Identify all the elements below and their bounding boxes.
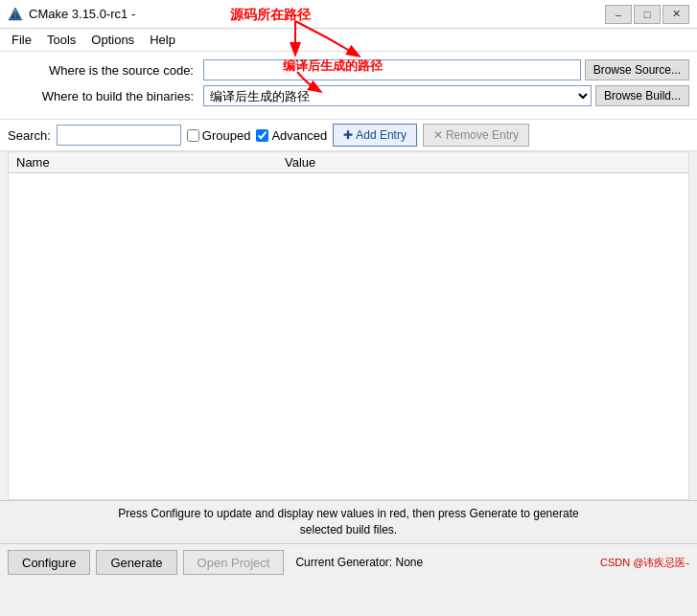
add-entry-button[interactable]: ✚ Add Entry [333,124,417,147]
search-input[interactable] [57,125,181,146]
build-row: Where to build the binaries: 编译后生成的路径 Br… [8,85,689,106]
advanced-checkbox-label[interactable]: Advanced [256,128,327,143]
grouped-label: Grouped [202,128,251,143]
configure-button[interactable]: Configure [8,550,90,575]
status-line-1: Press Configure to update and display ne… [10,506,687,522]
table-body [9,173,688,499]
maximize-button[interactable]: □ [634,5,661,24]
close-button[interactable]: ✕ [662,5,689,24]
cmake-icon [8,7,23,22]
window-title: CMake 3.15.0-rc1 - [29,7,605,21]
csdn-badge: CSDN @讳疾忌医- [600,556,689,570]
form-section: Where is the source code: Browse Source.… [0,52,697,120]
grouped-checkbox-label[interactable]: Grouped [187,128,251,143]
entries-table: Name Value [8,151,689,500]
bottom-bar: Configure Generate Open Project Current … [0,543,697,582]
remove-entry-button[interactable]: ✕ Remove Entry [423,124,529,147]
search-label: Search: [8,128,51,143]
window-controls: – □ ✕ [605,5,689,24]
advanced-checkbox[interactable] [256,129,268,142]
source-label: Where is the source code: [8,63,199,78]
table-header: Name Value [9,152,688,173]
status-bar: Press Configure to update and display ne… [0,500,697,543]
source-input[interactable] [203,59,581,80]
remove-entry-icon: ✕ [433,128,443,142]
toolbar-row: Search: Grouped Advanced ✚ Add Entry ✕ R… [0,120,697,151]
generate-button[interactable]: Generate [96,550,176,575]
name-column-header: Name [16,155,285,170]
source-row: Where is the source code: Browse Source.… [8,59,689,80]
minimize-button[interactable]: – [605,5,632,24]
menu-help[interactable]: Help [142,31,183,49]
menu-tools[interactable]: Tools [39,31,83,49]
add-entry-icon: ✚ [343,128,353,142]
remove-entry-label: Remove Entry [446,128,519,142]
menu-file[interactable]: File [4,31,39,49]
generator-text: Current Generator: None [295,556,423,569]
title-bar: CMake 3.15.0-rc1 - – □ ✕ [0,0,697,29]
advanced-label: Advanced [271,128,327,143]
open-project-button[interactable]: Open Project [183,550,285,575]
browse-source-button[interactable]: Browse Source... [585,59,689,80]
grouped-checkbox[interactable] [187,129,199,142]
browse-build-button[interactable]: Browse Build... [595,85,689,106]
status-line-2: selected build files. [10,522,687,538]
build-select[interactable]: 编译后生成的路径 [203,85,592,106]
build-label: Where to build the binaries: [8,89,199,103]
menu-bar: File Tools Options Help [0,29,697,52]
value-column-header: Value [285,155,315,170]
menu-options[interactable]: Options [83,31,142,49]
add-entry-label: Add Entry [356,128,407,142]
